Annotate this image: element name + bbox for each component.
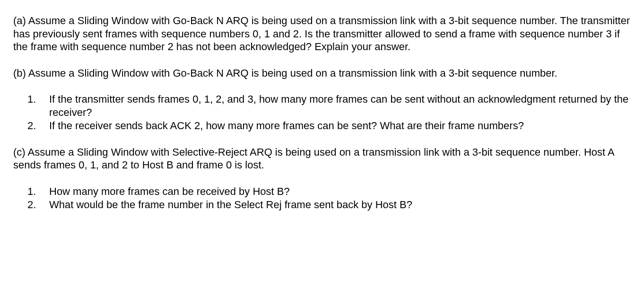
list-number: 1. [27, 93, 36, 106]
list-item: 1. How many more frames can be received … [49, 185, 631, 198]
list-number: 2. [27, 198, 36, 211]
list-item: 1. If the transmitter sends frames 0, 1,… [49, 93, 631, 119]
question-c-list: 1. How many more frames can be received … [13, 185, 631, 211]
question-c-intro-text: (c) Assume a Sliding Window with Selecti… [13, 146, 614, 171]
list-item-text: If the transmitter sends frames 0, 1, 2,… [49, 93, 628, 118]
question-b-intro-text: (b) Assume a Sliding Window with Go-Back… [13, 67, 557, 79]
list-number: 1. [27, 185, 36, 198]
question-b-list: 1. If the transmitter sends frames 0, 1,… [13, 93, 631, 132]
question-a: (a) Assume a Sliding Window with Go-Back… [13, 14, 631, 53]
question-c-intro: (c) Assume a Sliding Window with Selecti… [13, 146, 631, 172]
list-item: 2. If the receiver sends back ACK 2, how… [49, 119, 631, 132]
list-item-text: If the receiver sends back ACK 2, how ma… [49, 120, 524, 132]
list-number: 2. [27, 119, 36, 132]
question-b-intro: (b) Assume a Sliding Window with Go-Back… [13, 67, 631, 80]
list-item: 2. What would be the frame number in the… [49, 198, 631, 211]
question-a-text: (a) Assume a Sliding Window with Go-Back… [13, 15, 630, 53]
list-item-text: How many more frames can be received by … [49, 185, 290, 197]
list-item-text: What would be the frame number in the Se… [49, 199, 412, 211]
